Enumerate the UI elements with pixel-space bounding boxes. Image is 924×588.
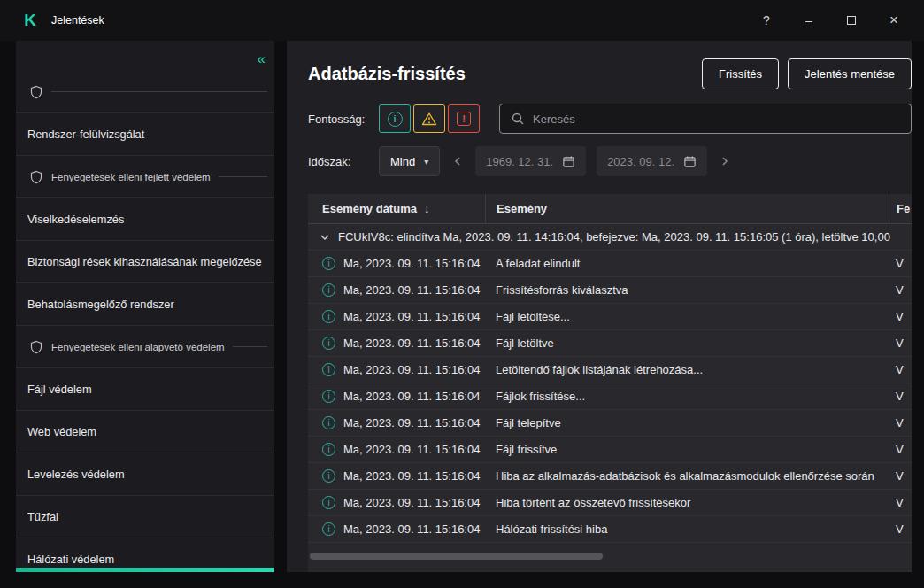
event-text: A feladat elindult: [485, 257, 889, 270]
task-cell: V: [889, 310, 912, 323]
task-cell: V: [889, 443, 912, 456]
event-text: Fájlok frissítése...: [485, 390, 889, 403]
section-divider: [233, 346, 267, 347]
table-row[interactable]: Ma, 2023. 09. 11. 15:16:04 Letöltendő fá…: [308, 357, 912, 383]
minimize-icon: –: [805, 13, 812, 27]
severity-info-button[interactable]: [379, 104, 411, 133]
date-to-field[interactable]: 2023. 09. 12.: [597, 146, 707, 176]
event-text: Letöltendő fájlok listájának létrehozása…: [485, 363, 889, 376]
sidebar-item[interactable]: Viselkedéselemzés: [16, 198, 274, 241]
minimize-button[interactable]: –: [788, 6, 830, 35]
sidebar-item-label: Fájl védelem: [27, 383, 92, 396]
sidebar-item-label: Viselkedéselemzés: [27, 213, 124, 226]
sidebar-item-label: Web védelem: [27, 425, 96, 438]
task-cell: V: [889, 469, 912, 483]
table-row[interactable]: Ma, 2023. 09. 11. 15:16:04 A feladat eli…: [308, 251, 912, 277]
sidebar-section: Fenyegetések elleni alapvető védelem: [16, 326, 274, 368]
chevron-down-icon: ▾: [424, 157, 428, 166]
date-from-field[interactable]: 1969. 12. 31.: [475, 146, 586, 176]
previous-period-button[interactable]: [452, 156, 463, 166]
info-icon: [322, 363, 335, 376]
table-row[interactable]: Ma, 2023. 09. 11. 15:16:04 Fájl letöltés…: [308, 304, 912, 330]
event-date: Ma, 2023. 09. 11. 15:16:04: [343, 283, 480, 297]
importance-label: Fontosság:: [308, 112, 379, 126]
event-date-cell: Ma, 2023. 09. 11. 15:16:04: [308, 522, 485, 536]
sidebar-section-label: Fenyegetések elleni alapvető védelem: [51, 342, 225, 352]
task-cell: V: [889, 416, 912, 429]
table-header: Esemény dátuma ↓ Esemény Fe: [308, 194, 912, 224]
section-divider: [219, 176, 267, 177]
sidebar-list: Rendszer-felülvizsgálat Fenyegetések ell…: [16, 71, 274, 568]
date-from-value: 1969. 12. 31.: [486, 155, 553, 168]
event-date-cell: Ma, 2023. 09. 11. 15:16:04: [308, 469, 485, 483]
event-date-cell: Ma, 2023. 09. 11. 15:16:04: [308, 310, 485, 323]
table-row[interactable]: Ma, 2023. 09. 11. 15:16:04 Fájl frissítv…: [308, 437, 912, 463]
event-date-cell: Ma, 2023. 09. 11. 15:16:04: [308, 257, 485, 270]
sidebar-item[interactable]: Tűzfal: [16, 496, 274, 538]
event-text: Fájl letöltve: [485, 337, 889, 350]
info-icon: [322, 443, 335, 456]
event-date: Ma, 2023. 09. 11. 15:16:04: [343, 337, 480, 350]
table-row[interactable]: Ma, 2023. 09. 11. 15:16:04 Fájl telepítv…: [308, 410, 912, 437]
sidebar-item[interactable]: Rendszer-felülvizsgálat: [16, 113, 274, 156]
next-period-button[interactable]: [720, 156, 730, 166]
collapse-sidebar-icon[interactable]: «: [258, 51, 266, 66]
info-icon: [322, 390, 335, 403]
refresh-button[interactable]: Frissítés: [702, 58, 779, 89]
sidebar-item-label: Behatolásmegelőző rendszer: [27, 298, 174, 311]
critical-icon: [457, 112, 471, 126]
sidebar-section-label: Fenyegetések elleni fejlett védelem: [51, 172, 211, 182]
event-text: Frissítésforrás kiválasztva: [485, 283, 889, 297]
table-row[interactable]: Ma, 2023. 09. 11. 15:16:04 Hiba az alkal…: [308, 463, 912, 490]
sidebar-item[interactable]: Hálózati védelem: [16, 538, 274, 568]
sidebar-item[interactable]: Behatolásmegelőző rendszer: [16, 283, 274, 326]
column-header-task[interactable]: Fe: [889, 194, 912, 223]
search-placeholder: Keresés: [533, 112, 575, 126]
sidebar-item[interactable]: Biztonsági rések kihasználásának megelőz…: [16, 241, 274, 283]
period-filter-row: Időszak: Mind ▾ 1969. 12. 31. 2023. 09. …: [308, 146, 912, 176]
column-header-date-label: Esemény dátuma: [322, 202, 417, 215]
table-row[interactable]: Ma, 2023. 09. 11. 15:16:04 Hálózati fris…: [308, 516, 912, 543]
events-table: Esemény dátuma ↓ Esemény Fe FCUkIV8c: el…: [308, 194, 912, 572]
group-row[interactable]: FCUkIV8c: elindítva Ma, 2023. 09. 11. 14…: [308, 224, 912, 251]
search-input[interactable]: Keresés: [499, 104, 912, 134]
sidebar-item[interactable]: Levelezés védelem: [16, 453, 274, 496]
task-cell: V: [889, 496, 912, 509]
sidebar-item[interactable]: Web védelem: [16, 411, 274, 453]
period-select[interactable]: Mind ▾: [379, 146, 440, 176]
column-header-event[interactable]: Esemény: [485, 194, 889, 223]
help-button[interactable]: ?: [745, 6, 788, 35]
task-cell: V: [889, 257, 912, 270]
close-icon: ×: [889, 12, 898, 29]
sidebar-item-label: Rendszer-felülvizsgálat: [27, 128, 144, 141]
maximize-button[interactable]: [830, 6, 873, 35]
severity-critical-button[interactable]: [448, 104, 480, 133]
table-body: Ma, 2023. 09. 11. 15:16:04 A feladat eli…: [308, 251, 912, 545]
severity-warning-button[interactable]: [413, 104, 445, 133]
column-header-date[interactable]: Esemény dátuma ↓: [308, 194, 485, 223]
sidebar-item[interactable]: Fájl védelem: [16, 368, 274, 411]
event-date-cell: Ma, 2023. 09. 11. 15:16:04: [308, 337, 485, 350]
table-row[interactable]: Ma, 2023. 09. 11. 15:16:04 Fájl letöltve…: [308, 330, 912, 357]
table-row[interactable]: Ma, 2023. 09. 11. 15:16:04 Hiba történt …: [308, 490, 912, 516]
horizontal-scrollbar[interactable]: [310, 553, 908, 560]
calendar-icon: [683, 155, 697, 168]
table-row[interactable]: Ma, 2023. 09. 11. 15:16:04 Frissítésforr…: [308, 277, 912, 304]
table-row[interactable]: Ma, 2023. 09. 11. 15:16:04 Fájlok frissí…: [308, 383, 912, 410]
info-icon: [322, 337, 335, 350]
task-cell: V: [889, 390, 912, 403]
page-title: Adatbázis-frissítés: [308, 64, 702, 84]
event-text: Hiba történt az összetevő frissítésekor: [485, 496, 889, 509]
task-cell: V: [889, 522, 912, 536]
scrollbar-thumb[interactable]: [310, 553, 603, 560]
close-button[interactable]: ×: [873, 6, 915, 35]
sidebar: « Rendszer-felülvizsgálat Fenyegetések e…: [16, 41, 274, 572]
event-date-cell: Ma, 2023. 09. 11. 15:16:04: [308, 443, 485, 456]
task-cell: V: [889, 283, 912, 297]
sidebar-accent-bar: [16, 568, 274, 572]
sidebar-header: «: [16, 41, 274, 71]
sidebar-item-label: Tűzfal: [27, 510, 58, 523]
save-report-button[interactable]: Jelentés mentése: [788, 58, 912, 89]
warning-icon: [421, 112, 437, 126]
event-text: Fájl frissítve: [485, 443, 889, 456]
